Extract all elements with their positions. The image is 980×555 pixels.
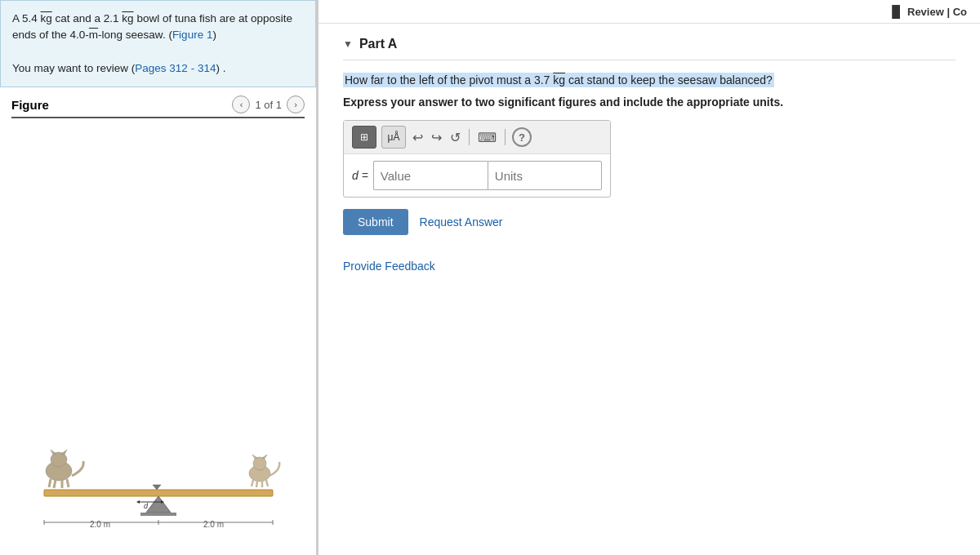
svg-text:2.0 m: 2.0 m (90, 520, 110, 529)
figure-1-link[interactable]: Figure 1 (172, 29, 213, 41)
svg-marker-3 (61, 450, 67, 455)
svg-line-13 (256, 481, 257, 487)
svg-marker-21 (153, 485, 161, 490)
refresh-icon: ↺ (450, 131, 461, 144)
top-bar: ▐▌ Review | Co (318, 0, 980, 24)
keyboard-icon: ⌨ (478, 131, 497, 144)
svg-marker-2 (51, 450, 56, 455)
toolbar-separator (469, 129, 470, 145)
question-highlight: How far to the left of the pivot must a … (343, 73, 774, 87)
part-a-header: ▼ Part A (343, 37, 956, 60)
value-input[interactable] (373, 161, 488, 190)
svg-text:d: d (144, 502, 149, 510)
help-button[interactable]: ? (512, 127, 532, 147)
svg-marker-17 (146, 496, 171, 513)
svg-line-4 (49, 479, 51, 487)
help-icon: ? (519, 131, 525, 144)
collapse-arrow-icon[interactable]: ▼ (343, 38, 353, 50)
figure-section: Figure ‹ 1 of 1 › (0, 87, 316, 555)
svg-line-12 (252, 480, 253, 486)
redo-button[interactable]: ↪ (430, 130, 443, 145)
svg-marker-11 (262, 455, 267, 459)
undo-icon: ↩ (412, 131, 423, 144)
answer-box: ⊞ μÅ ↩ ↪ ↺ ⌨ ? (343, 120, 611, 198)
content-area: ▼ Part A How far to the left of the pivo… (318, 24, 980, 286)
figure-prev-button[interactable]: ‹ (232, 95, 250, 113)
svg-text:2.0 m: 2.0 m (203, 520, 224, 529)
review-link-label: Review | Co (907, 6, 967, 18)
figure-title: Figure (11, 98, 49, 112)
problem-text-part1: A 5.4 kg cat and a 2.1 kg bowl of tuna f… (12, 12, 292, 41)
problem-description: A 5.4 kg cat and a 2.1 kg bowl of tuna f… (0, 0, 316, 87)
figure-header: Figure ‹ 1 of 1 › (11, 95, 305, 118)
input-row: d = (344, 154, 610, 197)
refresh-button[interactable]: ↺ (448, 130, 462, 145)
matrix-icon: ⊞ (360, 131, 368, 143)
svg-line-15 (266, 480, 268, 486)
review-pages-suffix: ) . (216, 62, 225, 74)
figure-nav: ‹ 1 of 1 › (232, 95, 305, 113)
right-panel: ▐▌ Review | Co ▼ Part A How far to the l… (318, 0, 980, 555)
review-pages-prefix: You may want to review ( (12, 62, 135, 74)
answer-toolbar: ⊞ μÅ ↩ ↪ ↺ ⌨ ? (344, 121, 610, 154)
question-text: How far to the left of the pivot must a … (343, 72, 956, 89)
left-panel: A 5.4 kg cat and a 2.1 kg bowl of tuna f… (0, 0, 318, 555)
toolbar-separator-2 (505, 129, 506, 145)
provide-feedback-link[interactable]: Provide Feedback (343, 260, 435, 273)
svg-marker-10 (252, 455, 257, 459)
button-row: Submit Request Answer (343, 209, 956, 235)
units-input[interactable] (488, 161, 602, 190)
review-link[interactable]: ▐▌ Review | Co (888, 5, 967, 18)
keyboard-button[interactable]: ⌨ (476, 130, 498, 145)
svg-point-9 (253, 457, 266, 470)
figure-image-area: d 2.0 m 2.0 m (11, 125, 305, 547)
svg-line-5 (54, 480, 56, 488)
instruction-text: Express your answer to two significant f… (343, 95, 956, 109)
figure-counter: 1 of 1 (255, 99, 282, 111)
mu-icon: μÅ (388, 131, 400, 143)
request-answer-link[interactable]: Request Answer (420, 215, 503, 229)
review-pages-link[interactable]: Pages 312 - 314 (135, 62, 216, 74)
review-icon: ▐▌ (888, 5, 904, 18)
matrix-button[interactable]: ⊞ (352, 126, 376, 149)
submit-button[interactable]: Submit (343, 209, 408, 235)
d-label: d = (352, 169, 368, 182)
seesaw-figure: d 2.0 m 2.0 m (20, 424, 297, 539)
undo-button[interactable]: ↩ (411, 130, 425, 145)
mu-button[interactable]: μÅ (381, 126, 406, 149)
svg-rect-16 (44, 490, 273, 496)
redo-icon: ↪ (431, 131, 442, 144)
svg-rect-18 (140, 513, 176, 516)
figure-next-button[interactable]: › (287, 95, 305, 113)
svg-line-7 (67, 479, 69, 487)
part-a-title: Part A (359, 37, 398, 51)
